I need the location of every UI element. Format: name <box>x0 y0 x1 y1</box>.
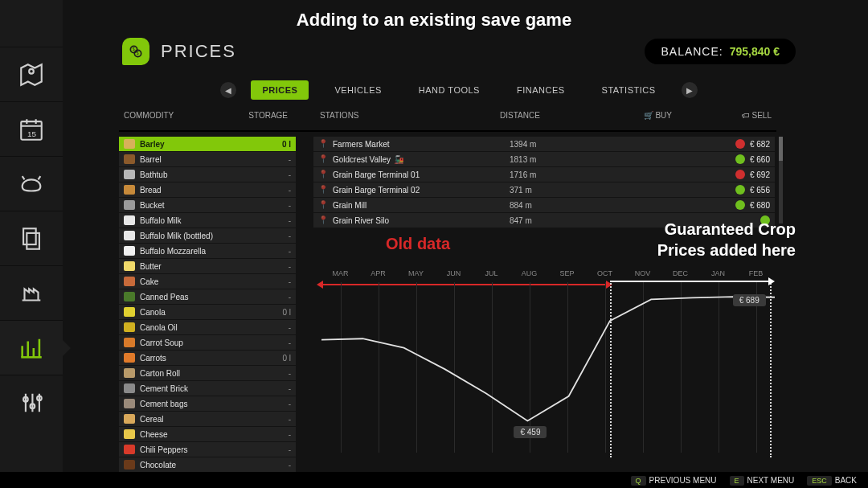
tab-prices[interactable]: PRICES <box>251 80 309 100</box>
commodity-row[interactable]: Canola0 l <box>119 305 296 319</box>
station-distance: 884 m <box>510 201 606 210</box>
stations-list[interactable]: 📍Farmers Market1394 m€ 682📍Goldcrest Val… <box>313 137 775 228</box>
sidebar-production[interactable] <box>0 265 63 320</box>
commodity-storage: - <box>289 247 291 256</box>
commodity-row[interactable]: Carrots0 l <box>119 351 296 365</box>
commodity-row[interactable]: Cake- <box>119 274 296 289</box>
station-row[interactable]: 📍Farmers Market1394 m€ 682 <box>313 137 775 151</box>
commodity-row[interactable]: Bread- <box>119 182 296 197</box>
sidebar-calendar[interactable]: 15 <box>0 101 63 156</box>
station-distance: 847 m <box>510 216 606 225</box>
commodity-row[interactable]: Bathtub- <box>119 167 296 182</box>
commodity-row[interactable]: Butter- <box>119 259 296 273</box>
station-distance: 1813 m <box>510 155 606 164</box>
commodity-row[interactable]: Cereal- <box>119 412 296 426</box>
commodity-row[interactable]: Cement Brick- <box>119 381 296 396</box>
commodity-icon <box>124 383 135 393</box>
stations-scrollbar[interactable] <box>779 137 783 223</box>
commodity-storage: 0 l <box>282 308 291 317</box>
trend-icon <box>735 154 745 164</box>
svg-point-0 <box>29 68 34 73</box>
commodity-icon <box>124 154 135 164</box>
commodity-row[interactable]: Cement bags- <box>119 396 296 411</box>
commodity-storage: 0 l <box>282 354 291 363</box>
footer-prev[interactable]: QPREVIOUS MENU <box>631 476 717 485</box>
commodity-name: Bread <box>140 186 289 195</box>
sidebar-animals[interactable] <box>0 156 63 211</box>
station-row[interactable]: 📍Grain Barge Terminal 02371 m€ 656 <box>313 182 775 197</box>
sidebar-contracts[interactable] <box>0 211 63 265</box>
commodity-row[interactable]: Carrot Soup- <box>119 335 296 350</box>
annotation-new: Guaranteed Crop Prices added here <box>657 219 796 260</box>
month-label: SEP <box>548 269 586 277</box>
commodity-row[interactable]: Canola Oil- <box>119 320 296 334</box>
station-row[interactable]: 📍Grain Mill884 m€ 680 <box>313 198 775 212</box>
commodity-name: Buffalo Mozzarella <box>140 247 289 256</box>
commodity-name: Bathtub <box>140 170 289 179</box>
commodity-icon <box>124 246 135 256</box>
commodity-storage: - <box>289 201 291 210</box>
overlay-title: Adding to an existing save game <box>0 10 868 31</box>
station-name: Farmers Market <box>333 140 510 149</box>
commodity-name: Butter <box>140 262 289 271</box>
footer-next[interactable]: ENEXT MENU <box>730 476 795 485</box>
commodity-row[interactable]: Cheese- <box>119 427 296 441</box>
header: $$ PRICES BALANCE: 795,840 € <box>122 35 796 68</box>
commodity-icon <box>124 338 135 347</box>
location-icon: 📍 <box>318 185 328 195</box>
balance-pill: BALANCE: 795,840 € <box>645 39 796 64</box>
commodity-row[interactable]: Barley0 l <box>119 137 296 151</box>
commodity-row[interactable]: Carton Roll- <box>119 366 296 380</box>
station-name: Grain Mill <box>333 201 510 210</box>
commodity-list[interactable]: Barley0 lBarrel-Bathtub-Bread-Bucket-Buf… <box>119 137 296 472</box>
tabs: ◀ PRICESVEHICLESHAND TOOLSFINANCESSTATIS… <box>122 79 796 101</box>
tab-vehicles[interactable]: VEHICLES <box>323 80 392 100</box>
tabs-next[interactable]: ▶ <box>682 82 698 98</box>
tab-hand-tools[interactable]: HAND TOOLS <box>407 80 491 100</box>
commodity-name: Canola Oil <box>140 323 289 332</box>
commodity-row[interactable]: Buffalo Milk- <box>119 213 296 228</box>
month-label: NOV <box>624 269 661 277</box>
month-label: OCT <box>586 269 624 277</box>
sidebar-stats[interactable] <box>0 320 63 375</box>
commodity-row[interactable]: Canned Peas- <box>119 289 296 304</box>
commodity-name: Cement bags <box>140 400 289 408</box>
commodity-storage: - <box>289 170 291 179</box>
month-label: AUG <box>510 269 548 277</box>
balance-value: 795,840 € <box>730 45 780 58</box>
station-row[interactable]: 📍Grain Barge Terminal 011716 m€ 692 <box>313 167 775 182</box>
commodity-icon <box>124 353 135 363</box>
commodity-icon <box>124 460 135 470</box>
commodity-row[interactable]: Buffalo Mozzarella- <box>119 244 296 258</box>
station-row[interactable]: 📍Goldcrest Valley 🚂1813 m€ 660 <box>313 152 775 166</box>
commodity-row[interactable]: Bucket- <box>119 198 296 212</box>
commodity-storage: - <box>289 216 291 225</box>
commodity-name: Cement Brick <box>140 384 289 393</box>
price-chart: MARAPRMAYJUNJULAUGSEPOCTNOVDECJANFEB € 4… <box>321 269 775 459</box>
station-sell: € 660 <box>678 154 770 164</box>
svg-rect-4 <box>27 232 39 248</box>
commodity-storage: - <box>289 155 291 164</box>
sidebar-settings[interactable] <box>0 375 63 429</box>
commodity-name: Canned Peas <box>140 293 289 301</box>
commodity-row[interactable]: Barrel- <box>119 152 296 166</box>
svg-text:$: $ <box>137 51 139 55</box>
sidebar-map[interactable] <box>0 47 63 101</box>
tab-finances[interactable]: FINANCES <box>506 80 576 100</box>
commodity-icon <box>124 322 135 332</box>
station-sell: € 656 <box>678 185 770 195</box>
month-label: FEB <box>737 269 775 277</box>
tab-statistics[interactable]: STATISTICS <box>591 80 667 100</box>
month-label: APR <box>359 269 397 277</box>
trend-icon <box>735 139 745 149</box>
footer-back[interactable]: ESCBACK <box>807 476 857 485</box>
month-label: JUN <box>435 269 473 277</box>
commodity-name: Canola <box>140 308 282 317</box>
col-sell: 🏷 SELL <box>672 111 776 129</box>
commodity-row[interactable]: Buffalo Milk (bottled)- <box>119 228 296 243</box>
commodity-row[interactable]: Chili Peppers- <box>119 442 296 457</box>
station-distance: 1394 m <box>510 140 606 149</box>
tabs-prev[interactable]: ◀ <box>220 82 236 98</box>
commodity-storage: - <box>289 430 291 439</box>
commodity-row[interactable]: Chocolate- <box>119 457 296 472</box>
